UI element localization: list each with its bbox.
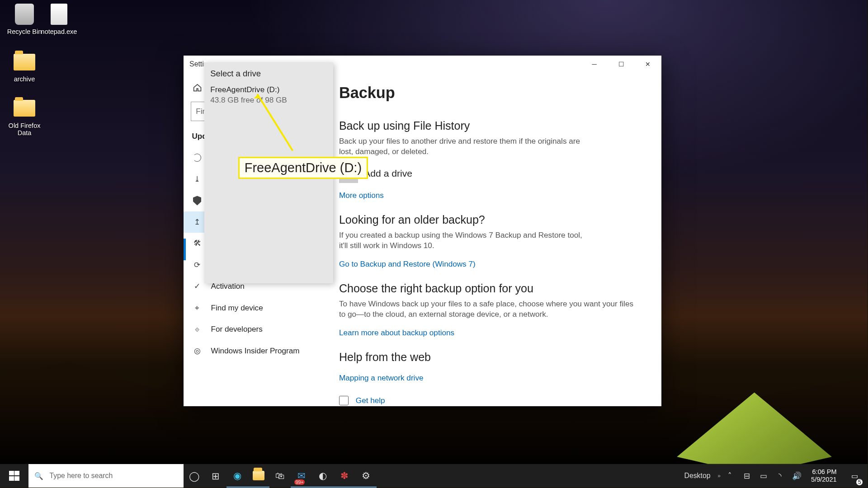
add-drive-label: Add a drive [364,168,412,179]
sidebar-item-label: Windows Insider Program [211,346,300,356]
maximize-button[interactable]: ☐ [608,56,634,74]
taskbar-app-unknown[interactable]: ✽ [334,464,355,488]
desktop-icon-old-firefox[interactable]: Old Firefox Data [2,97,47,137]
clock-date: 5/9/2021 [811,476,836,483]
page-title: Backup [339,84,650,102]
app-icon: ✽ [340,470,349,481]
sync-icon [193,154,201,162]
sidebar-item-find-my-device[interactable]: ⌖Find my device [184,297,328,318]
taskbar-clock[interactable]: 6:06 PM 5/9/2021 [807,468,841,483]
home-icon [192,82,203,93]
desktop-icon-label: Old Firefox Data [2,122,47,136]
older-backup-heading: Looking for an older backup? [339,213,650,226]
edge-icon: ◉ [233,470,241,481]
start-button[interactable] [0,464,28,488]
settings-content: Backup Back up using File History Back u… [328,73,661,406]
insider-icon: ◎ [192,345,203,356]
sidebar-item-label: For developers [211,324,263,334]
folder-icon [14,100,35,117]
taskbar-search-input[interactable]: 🔍 Type here to search [28,464,184,488]
chat-icon [339,396,349,405]
backup-restore-win7-link[interactable]: Go to Backup and Restore (Windows 7) [339,259,476,269]
taskbar-app-store[interactable]: 🛍 [269,464,291,488]
mail-badge: 99+ [294,479,305,485]
choose-backup-description: To have Windows back up your files to a … [339,299,637,319]
file-history-heading: Back up using File History [339,119,650,132]
desktop-icon-label: notepad.exe [37,28,81,35]
sidebar-item-label: Find my device [211,303,263,313]
older-backup-description: If you created a backup using the Window… [339,230,590,251]
close-button[interactable]: ✕ [635,56,661,74]
folder-icon [253,471,264,480]
location-icon: ⌖ [192,302,203,313]
sidebar-item-windows-insider[interactable]: ◎Windows Insider Program [184,340,328,361]
chrome-icon: ◐ [319,470,327,481]
minimize-button[interactable]: ─ [581,56,608,74]
recycle-bin-icon [15,4,34,25]
desktop-icon-notepad[interactable]: notepad.exe [37,2,81,35]
desktop-icon-archive[interactable]: archive [2,50,47,83]
annotation-label: FreeAgentDrive (D:) [238,157,368,179]
learn-backup-options-link[interactable]: Learn more about backup options [339,328,454,338]
file-icon [51,4,67,25]
tray-meet-now-icon[interactable]: ⊟ [740,464,754,488]
notification-icon: ▭ [851,472,858,480]
tray-wifi-icon[interactable]: ◝ [773,464,788,488]
show-desktop-label[interactable]: Desktop [679,472,715,480]
flyout-title: Select a drive [210,69,327,79]
taskbar: 🔍 Type here to search ◯ ⊞ ◉ 🛍 ✉ 99+ ◐ ✽ … [0,464,868,488]
download-icon: ⤓ [192,174,203,185]
drive-name: FreeAgentDrive (D:) [210,84,327,95]
search-icon: 🔍 [34,472,43,480]
taskbar-app-mail[interactable]: ✉ 99+ [291,464,312,488]
get-help-link[interactable]: Get help [339,396,650,405]
drive-free-space: 43.8 GB free of 98 GB [210,95,327,105]
folder-icon [14,54,35,70]
backup-icon: ↥ [192,217,203,228]
cortana-button[interactable]: ◯ [184,464,205,488]
sidebar-selection-indicator [184,239,186,260]
action-center-button[interactable]: ▭ 5 [844,464,865,488]
drive-option[interactable]: FreeAgentDrive (D:) 43.8 GB free of 98 G… [210,84,327,105]
help-web-heading: Help from the web [339,351,650,364]
sidebar-item-for-developers[interactable]: ⟐For developers [184,319,328,340]
taskbar-app-chrome[interactable]: ◐ [312,464,334,488]
taskbar-search-placeholder: Type here to search [50,472,113,480]
desktop-icon-label: archive [2,75,47,83]
tray-overflow-icon[interactable]: » [717,473,721,479]
mapping-network-drive-link[interactable]: Mapping a network drive [339,373,424,383]
taskbar-app-settings[interactable]: ⚙ [355,464,376,488]
choose-backup-heading: Choose the right backup option for you [339,282,650,295]
file-history-description: Back up your files to another drive and … [339,136,590,157]
get-help-label: Get help [356,396,385,405]
wrench-icon: 🛠 [192,238,203,249]
windows-logo-icon [9,471,19,481]
check-icon: ✓ [192,281,203,292]
gear-icon: ⚙ [362,470,370,481]
clock-time: 6:06 PM [811,468,836,476]
tray-chevron-up-icon[interactable]: ˄ [723,464,737,488]
store-icon: 🛍 [275,470,285,481]
taskbar-app-edge[interactable]: ◉ [226,464,248,488]
shield-icon [193,196,201,205]
tray-battery-icon[interactable]: ▭ [756,464,771,488]
code-icon: ⟐ [192,324,203,335]
task-view-button[interactable]: ⊞ [205,464,226,488]
taskbar-app-explorer[interactable] [248,464,269,488]
recovery-icon: ⟳ [192,259,203,270]
more-options-link[interactable]: More options [339,191,384,200]
notification-badge: 5 [856,479,863,485]
tray-volume-icon[interactable]: 🔊 [790,464,804,488]
